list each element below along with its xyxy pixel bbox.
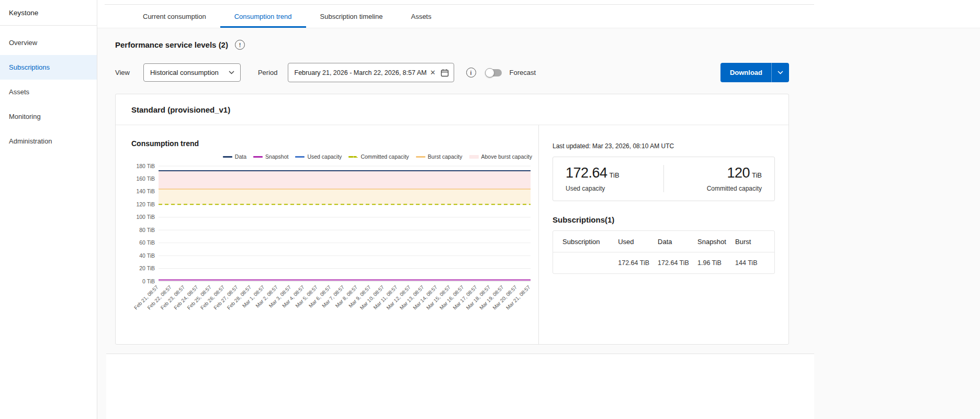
used-capacity-label: Used capacity <box>566 185 657 192</box>
table-row: 172.64 TiB 172.64 TiB 1.96 TiB 144 TiB <box>553 252 774 273</box>
cell-used: 172.64 TiB <box>618 259 658 267</box>
sidebar-item-label: Subscriptions <box>9 63 50 71</box>
col-used: Used <box>618 238 658 246</box>
table-header-row: Subscription Used Data Snapshot Burst <box>553 231 774 252</box>
consumption-trend-chart: 0 TiB20 TiB40 TiB60 TiB80 TiB100 TiB120 … <box>131 160 537 333</box>
legend-swatch <box>295 156 305 158</box>
subscriptions-title: Subscriptions(1) <box>553 215 775 224</box>
svg-text:100 TiB: 100 TiB <box>136 214 155 220</box>
sidebar-item-label: Overview <box>9 39 37 47</box>
svg-text:40 TiB: 40 TiB <box>139 252 155 259</box>
legend-item: Used capacity <box>295 153 342 160</box>
legend-swatch <box>469 155 479 159</box>
stat-divider <box>663 165 664 192</box>
used-capacity-unit: TiB <box>610 171 619 179</box>
legend-item: Committed capacity <box>348 153 409 160</box>
svg-text:80 TiB: 80 TiB <box>139 227 155 233</box>
forecast-toggle[interactable] <box>486 69 502 76</box>
tab-label: Current consumption <box>143 13 206 20</box>
last-updated-text: Last updated: Mar 23, 2026, 08:10 AM UTC <box>553 142 775 150</box>
legend-label: Above burst capacity <box>481 153 532 160</box>
committed-capacity-value: 120 <box>727 165 750 181</box>
svg-text:20 TiB: 20 TiB <box>139 265 155 271</box>
legend-label: Committed capacity <box>361 153 409 160</box>
cell-burst: 144 TiB <box>735 259 765 267</box>
legend-swatch <box>348 156 358 158</box>
sidebar-item-overview[interactable]: Overview <box>0 30 97 55</box>
download-button[interactable]: Download <box>720 63 789 82</box>
legend-swatch <box>253 156 263 158</box>
svg-text:140 TiB: 140 TiB <box>136 188 155 194</box>
card-body: Consumption trend DataSnapshotUsed capac… <box>116 125 788 344</box>
sidebar: Keystone Overview Subscriptions Assets M… <box>0 0 97 419</box>
next-section-edge <box>106 354 814 419</box>
used-capacity-stat: 172.64TiB Used capacity <box>566 165 657 192</box>
forecast-label: Forecast <box>510 69 536 76</box>
chart-title: Consumption trend <box>131 139 538 148</box>
calendar-icon[interactable] <box>441 69 449 77</box>
brand-title: Keystone <box>0 0 97 26</box>
used-capacity-value: 172.64 <box>566 165 607 181</box>
svg-text:60 TiB: 60 TiB <box>139 239 155 246</box>
legend-label: Used capacity <box>307 153 342 160</box>
tab-bar: Current consumption Consumption trend Su… <box>97 5 980 28</box>
controls-row: View Historical consumption Period Febru… <box>115 63 789 82</box>
legend-label: Data <box>235 153 246 160</box>
capacity-stats-box: 172.64TiB Used capacity 120TiB Committed… <box>553 157 775 201</box>
tab-label: Consumption trend <box>234 13 292 20</box>
subscriptions-table: Subscription Used Data Snapshot Burst 17… <box>553 230 775 274</box>
clear-icon[interactable]: ✕ <box>430 69 436 76</box>
info-icon[interactable]: ! <box>235 40 245 50</box>
view-select[interactable]: Historical consumption <box>143 63 241 82</box>
col-snapshot: Snapshot <box>697 238 735 246</box>
tab-current-consumption[interactable]: Current consumption <box>129 5 220 28</box>
period-label: Period <box>258 69 278 76</box>
legend-item: Snapshot <box>253 153 288 160</box>
download-label: Download <box>720 63 771 82</box>
cell-snapshot: 1.96 TiB <box>697 259 735 267</box>
section-title-row: Performance service levels (2) ! <box>115 40 789 50</box>
page-title: Performance service levels (2) <box>115 40 228 49</box>
sidebar-item-assets[interactable]: Assets <box>0 80 97 104</box>
sidebar-item-label: Monitoring <box>9 113 41 120</box>
committed-capacity-unit: TiB <box>752 171 762 179</box>
legend-swatch <box>223 156 232 158</box>
summary-pane: Last updated: Mar 23, 2026, 08:10 AM UTC… <box>538 125 788 344</box>
legend-label: Snapshot <box>265 153 288 160</box>
legend-item: Data <box>223 153 246 160</box>
view-select-value: Historical consumption <box>150 69 219 76</box>
committed-capacity-stat: 120TiB Committed capacity <box>670 165 762 192</box>
col-data: Data <box>658 238 697 246</box>
download-menu-chevron-icon[interactable] <box>772 63 789 82</box>
main-area: Current consumption Consumption trend Su… <box>97 0 980 419</box>
tab-subscription-timeline[interactable]: Subscription timeline <box>306 5 397 28</box>
toggle-knob <box>485 68 494 78</box>
app-root: Keystone Overview Subscriptions Assets M… <box>0 0 980 419</box>
chart-pane: Consumption trend DataSnapshotUsed capac… <box>116 125 538 344</box>
sidebar-nav: Overview Subscriptions Assets Monitoring… <box>0 26 97 153</box>
svg-text:160 TiB: 160 TiB <box>136 175 155 182</box>
committed-capacity-label: Committed capacity <box>670 185 762 192</box>
legend-item: Above burst capacity <box>469 153 532 160</box>
svg-text:180 TiB: 180 TiB <box>136 163 155 169</box>
tab-consumption-trend[interactable]: Consumption trend <box>220 5 306 28</box>
period-date-input[interactable]: February 21, 2026 - March 22, 2026, 8:57… <box>288 63 454 82</box>
sidebar-item-monitoring[interactable]: Monitoring <box>0 104 97 129</box>
legend-label: Burst capacity <box>428 153 463 160</box>
tab-label: Subscription timeline <box>320 13 383 20</box>
col-burst: Burst <box>735 238 765 246</box>
legend-item: Burst capacity <box>416 153 463 160</box>
sidebar-item-subscriptions[interactable]: Subscriptions <box>0 55 97 80</box>
chart-legend: DataSnapshotUsed capacityCommitted capac… <box>131 153 532 160</box>
view-label: View <box>115 69 130 76</box>
service-level-card: Standard (provisioned_v1) Consumption tr… <box>115 94 789 345</box>
svg-text:120 TiB: 120 TiB <box>136 201 155 207</box>
sidebar-item-administration[interactable]: Administration <box>0 129 97 153</box>
tab-label: Assets <box>411 13 431 20</box>
col-subscription: Subscription <box>562 238 618 246</box>
chevron-down-icon <box>229 71 234 74</box>
tabs-header: Current consumption Consumption trend Su… <box>97 0 980 28</box>
card-title: Standard (provisioned_v1) <box>116 94 788 125</box>
forecast-info-icon[interactable]: i <box>466 68 476 78</box>
tab-assets[interactable]: Assets <box>397 5 445 28</box>
